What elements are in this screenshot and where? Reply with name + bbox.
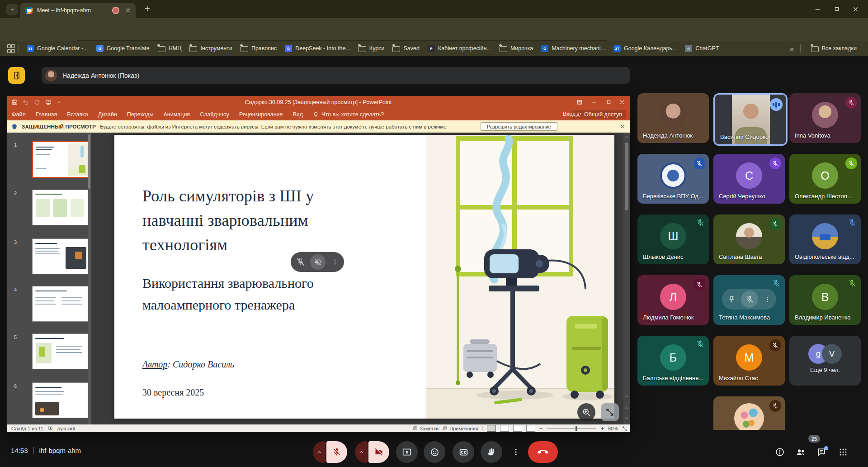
bookmark-folder[interactable]: Курси	[354, 43, 389, 54]
meeting-details-icon[interactable]	[771, 443, 788, 461]
window-maximize-button[interactable]	[831, 5, 843, 13]
thumbnail-scrollbar[interactable]	[88, 133, 91, 424]
tab-close-button[interactable]	[125, 7, 131, 14]
participant-tile[interactable]: М Михайло Стас	[713, 336, 785, 386]
meeting-room-icon[interactable]	[8, 67, 25, 84]
overflow-participants-tile[interactable]: g V Ещё 9 чел.	[789, 336, 861, 386]
next-slide-icon[interactable]	[624, 415, 629, 421]
ribbon-tab-transitions[interactable]: Переходы	[122, 111, 159, 118]
camera-toggle-button[interactable]	[368, 441, 389, 463]
language-indicator[interactable]: русский	[57, 426, 75, 431]
redo-icon[interactable]	[34, 99, 40, 105]
slide-thumbnail-3[interactable]	[32, 238, 89, 274]
participant-tile[interactable]: Надежда Антонюк	[637, 93, 709, 143]
participant-tile[interactable]: О Олександр Шестоп...	[789, 154, 861, 204]
raise-hand-button[interactable]	[481, 441, 502, 463]
bookmark-item[interactable]: DDeepSeek - Into the...	[281, 43, 354, 54]
all-bookmarks-folder[interactable]: Все закладки	[807, 43, 861, 54]
bookmark-folder[interactable]: Мирочка	[495, 43, 537, 54]
ppt-close-icon[interactable]	[619, 99, 625, 105]
participant-tile-hovered[interactable]: Тетяна Максимова	[713, 275, 785, 325]
bookmark-item[interactable]: OMachinery mechani...	[537, 43, 609, 54]
captions-button[interactable]	[453, 441, 474, 463]
participant-tile[interactable]: Б Балтське відділення...	[637, 336, 709, 386]
reactions-button[interactable]	[424, 441, 445, 463]
apps-grid-icon[interactable]	[7, 44, 14, 53]
bookmark-folder[interactable]: Інструменти	[185, 43, 236, 54]
scroll-down-icon[interactable]	[624, 394, 629, 399]
tab-search-button[interactable]	[6, 4, 18, 15]
customize-quick-access-icon[interactable]	[57, 100, 62, 105]
slide-sorter-view-button[interactable]	[500, 425, 509, 432]
zoom-slider-thumb[interactable]	[576, 426, 577, 431]
fullscreen-button[interactable]	[601, 403, 619, 421]
bookmark-folder[interactable]: Saved	[388, 43, 423, 54]
zoom-slider[interactable]	[547, 428, 596, 429]
slide-thumbnail-6[interactable]	[32, 382, 89, 418]
bookmarks-overflow-chevron[interactable]: »	[790, 45, 793, 52]
browser-tab[interactable]: Meet – ihf-bpqm-ahm	[20, 3, 136, 18]
share-more-options-icon[interactable]	[331, 258, 339, 266]
ribbon-options-icon[interactable]	[576, 99, 583, 105]
mic-toggle-button[interactable]	[326, 441, 347, 463]
slide-thumbnail-2[interactable]	[32, 190, 89, 225]
slide-thumbnail-5[interactable]	[32, 334, 89, 369]
participant-tile[interactable]: Morozova	[713, 396, 785, 430]
undo-icon[interactable]	[23, 99, 29, 105]
bookmark-item[interactable]: 27Google Календарь...	[609, 43, 681, 54]
participant-tile[interactable]: Л Людмила Гоменюк	[637, 275, 709, 325]
participant-tile[interactable]: Світлана Шавга	[713, 214, 785, 264]
slide-thumbnail-1[interactable]	[32, 141, 90, 178]
tell-me-box[interactable]: Что вы хотите сделать?	[308, 111, 389, 118]
notes-toggle[interactable]: Заметки	[413, 426, 439, 431]
present-button[interactable]	[396, 441, 418, 463]
zoom-in-button[interactable]: +	[600, 425, 604, 432]
mic-options-chevron[interactable]	[313, 441, 326, 463]
ribbon-tab-insert[interactable]: Вставка	[62, 111, 93, 118]
bookmark-item[interactable]: ◎ChatGPT	[681, 43, 723, 54]
leave-call-button[interactable]	[528, 441, 558, 463]
zoom-out-button[interactable]: −	[539, 425, 543, 432]
slide-scrollbar[interactable]	[623, 133, 630, 424]
participant-tile[interactable]: Березівське ВПУ Од...	[637, 154, 709, 204]
fit-to-window-icon[interactable]	[622, 426, 627, 431]
normal-view-button[interactable]	[487, 425, 496, 432]
window-minimize-button[interactable]	[811, 5, 824, 13]
banner-close-icon[interactable]	[619, 124, 625, 129]
participant-tile[interactable]: Ш Шлыков Денис	[637, 214, 709, 264]
ribbon-tab-file[interactable]: Файл	[7, 111, 31, 118]
save-icon[interactable]	[11, 99, 18, 105]
ppt-restore-icon[interactable]	[606, 99, 612, 105]
ribbon-tab-home[interactable]: Главная	[31, 111, 62, 118]
enable-editing-button[interactable]: Разрешить редактирование	[481, 122, 557, 131]
pin-icon[interactable]	[728, 295, 736, 303]
participant-tile[interactable]: С Сергій Чернушко	[713, 154, 785, 204]
participant-tile-speaking[interactable]: Василий Сидорко	[713, 93, 788, 146]
ribbon-tab-slideshow[interactable]: Слайд-шоу	[195, 111, 234, 118]
camera-options-chevron[interactable]	[355, 441, 368, 463]
people-panel-icon[interactable]	[792, 443, 809, 461]
bookmark-folder[interactable]: Правопис	[236, 43, 281, 54]
activities-icon[interactable]	[835, 443, 852, 461]
scroll-up-icon[interactable]	[624, 134, 629, 140]
slide-thumbnail-4[interactable]	[32, 286, 89, 322]
share-audio-off-icon[interactable]	[310, 254, 326, 270]
zoom-in-button-overlay[interactable]	[577, 403, 595, 421]
bookmark-folder[interactable]: НМЦ	[154, 43, 186, 54]
slideshow-view-button[interactable]	[526, 425, 535, 432]
window-close-button[interactable]	[849, 5, 862, 13]
bookmark-item[interactable]: 31Google Calendar -...	[23, 43, 92, 54]
unpin-icon[interactable]	[297, 258, 305, 266]
ribbon-tab-design[interactable]: Дизайн	[93, 111, 122, 118]
tile-more-options-icon[interactable]	[764, 296, 771, 303]
ribbon-tab-animation[interactable]: Анимация	[158, 111, 195, 118]
spellcheck-icon[interactable]	[48, 426, 53, 431]
mute-participant-icon[interactable]	[741, 291, 758, 308]
participant-tile[interactable]: Овідіопольське відд...	[789, 214, 861, 264]
previous-slide-icon[interactable]	[624, 405, 629, 411]
scrollbar-thumb[interactable]	[625, 143, 628, 210]
participant-tile[interactable]: Inna Vonitova	[789, 93, 861, 143]
zoom-level[interactable]: 80%	[608, 426, 618, 431]
more-options-button[interactable]	[505, 441, 527, 463]
bookmark-item[interactable]: PКабінет професійн...	[424, 43, 495, 54]
